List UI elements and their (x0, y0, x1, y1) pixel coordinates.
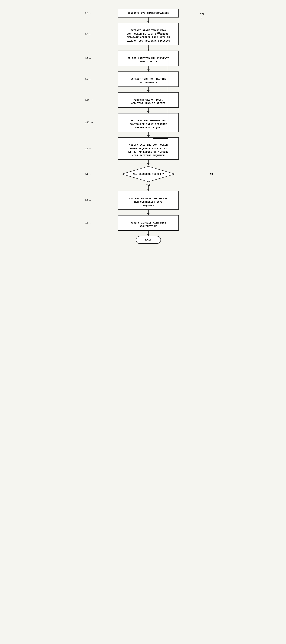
box-synthesize-bist-text: SYNTHESIZE BIST CONTROLLER FROM CONTROLL… (129, 197, 168, 207)
yes-branch: YES (118, 183, 179, 191)
step-24-row: 24 ⟶ ALL ELEMENTS TESTED ? NO (95, 165, 202, 183)
step-14-label: 14 ⟶ (85, 57, 91, 60)
box-modify-existing-text: MODIFY EXISTING CONTROLLER INPUT SEQUENC… (128, 144, 168, 157)
arrow-22-24 (148, 160, 149, 165)
diamond-all-elements: ALL ELEMENTS TESTED ? (121, 166, 175, 182)
box-modify-circuit-text: MODIFY CIRCUIT WITH BIST ARCHITECTURE (130, 222, 166, 228)
box-get-test-env-text: GET TEST ENVIRONMENT AND CONTROLLER INPU… (130, 119, 167, 129)
step-exit-row: EXIT (95, 236, 202, 244)
step-22-label: 22 ⟶ (85, 147, 91, 150)
box-generate-cvo-text: GENERATE CVO TRANSFORMATIONS (128, 12, 169, 14)
flowchart-diagram: 11 ⟶ GENERATE CVO TRANSFORMATIONS 12 ⟶ E… (95, 9, 202, 244)
step-16-label: 16 ⟶ (85, 78, 91, 80)
box-extract-tcdf-text: EXTRACT TCDF FOR TESTING RTL ELEMENTS (130, 78, 166, 84)
step-22-row: 22 ⟶ MODIFY EXISTING CONTROLLER INPUT SE… (95, 138, 202, 160)
arrow-11-12 (148, 18, 149, 23)
step-16-row: 16 ⟶ EXTRACT TCDF FOR TESTING RTL ELEMEN… (95, 72, 202, 87)
step-14-row: 14 ⟶ SELECT UNTESTED RTL ELEMENTS FROM C… (95, 50, 202, 66)
arrow-18a-18b (148, 108, 149, 113)
box-exit: EXIT (136, 236, 161, 244)
box-modify-existing: MODIFY EXISTING CONTROLLER INPUT SEQUENC… (118, 138, 179, 160)
arrow-12-14 (148, 45, 149, 50)
step-28-label: 28 ⟶ (85, 222, 91, 224)
step-12-row: 12 ⟶ EXTRACT STATE TABLE FROM CONTROLLER… (95, 23, 202, 46)
box-get-test-env: GET TEST ENVIRONMENT AND CONTROLLER INPU… (118, 113, 179, 132)
step-12-label: 12 ⟶ (85, 32, 91, 36)
arrow-14-16 (148, 66, 149, 72)
box-extract-state-text: EXTRACT STATE TABLE FROM CONTROLLER NETL… (127, 29, 170, 42)
step-18a-label: 18a ⟶ (85, 98, 92, 102)
box-select-untested: SELECT UNTESTED RTL ELEMENTS FROM CIRCUI… (118, 50, 179, 66)
step-18b-row: 18b ⟶ GET TEST ENVIRONMENT AND CONTROLLE… (95, 113, 202, 132)
arrow-16-18a (148, 87, 149, 92)
exit-text: EXIT (145, 238, 152, 241)
box-select-untested-text: SELECT UNTESTED RTL ELEMENTS FROM CIRCUI… (128, 57, 169, 63)
no-label: NO (210, 173, 213, 176)
step-11-row: 11 ⟶ GENERATE CVO TRANSFORMATIONS (95, 9, 202, 18)
step-24-label: 24 ⟶ (85, 172, 91, 176)
diamond-text: ALL ELEMENTS TESTED ? (133, 173, 164, 176)
arrow-26-28 (148, 210, 149, 215)
box-extract-tcdf: EXTRACT TCDF FOR TESTING RTL ELEMENTS (118, 72, 179, 87)
box-perform-sta-text: PERFORM STA OF TCDF, ADD TEST MUXS IF NE… (131, 99, 166, 105)
yes-label: YES (146, 184, 150, 186)
diamond-label: ALL ELEMENTS TESTED ? (133, 173, 164, 176)
arrow-18b-22 (148, 132, 149, 138)
page: 10 ↗ 11 ⟶ GENERATE CVO TRANSFORMATIONS 1… (80, 4, 206, 640)
step-26-row: 26 ⟶ SYNTHESIZE BIST CONTROLLER FROM CON… (95, 191, 202, 210)
step-28-row: 28 ⟶ MODIFY CIRCUIT WITH BIST ARCHITECTU… (95, 215, 202, 231)
box-modify-circuit: MODIFY CIRCUIT WITH BIST ARCHITECTURE (118, 215, 179, 231)
step-11-label: 11 ⟶ (85, 12, 91, 15)
step-18a-row: 18a ⟶ PERFORM STA OF TCDF, ADD TEST MUXS… (95, 92, 202, 108)
arrow-yes-26 (148, 186, 149, 191)
box-synthesize-bist: SYNTHESIZE BIST CONTROLLER FROM CONTROLL… (118, 191, 179, 210)
box-extract-state: EXTRACT STATE TABLE FROM CONTROLLER NETL… (118, 23, 179, 46)
box-perform-sta: PERFORM STA OF TCDF, ADD TEST MUXS IF NE… (118, 92, 179, 108)
arrow-28-exit (148, 231, 149, 236)
step-18b-label: 18b ⟶ (85, 121, 92, 124)
step-26-label: 26 ⟶ (85, 199, 91, 202)
box-generate-cvo: GENERATE CVO TRANSFORMATIONS (118, 9, 179, 18)
